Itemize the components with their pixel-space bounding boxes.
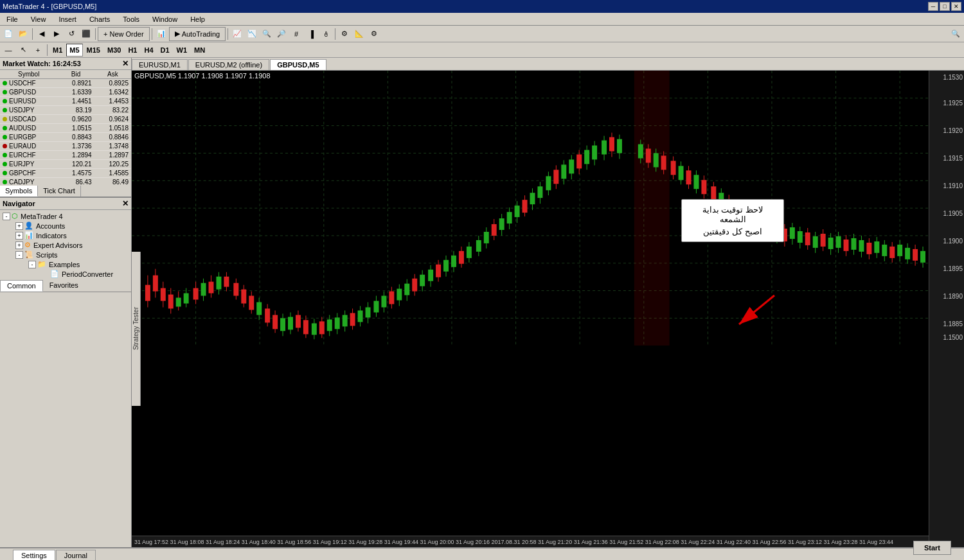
toolbar-chart-btn1[interactable]: 📊 xyxy=(154,27,168,41)
toolbar-back-btn[interactable]: ◀ xyxy=(35,27,49,41)
nav-examples-label: Examples xyxy=(49,261,80,268)
navigator-close[interactable]: ✕ xyxy=(122,199,129,208)
toolbar-chart-btn2[interactable]: 📈 xyxy=(230,27,244,41)
svg-rect-194 xyxy=(828,238,834,249)
toolbar-stop-btn[interactable]: ⬛ xyxy=(79,27,93,41)
toolbar-forward-btn[interactable]: ▶ xyxy=(49,27,64,41)
svg-rect-202 xyxy=(859,240,864,252)
period-h4[interactable]: H4 xyxy=(141,44,156,57)
market-watch-row[interactable]: AUDUSD 1.0515 1.0518 xyxy=(0,124,131,133)
toolbar-chart-btn3[interactable]: 📉 xyxy=(245,27,259,41)
menu-help[interactable]: Help xyxy=(186,15,209,24)
cf-tab-favorites[interactable]: Favorites xyxy=(43,280,85,292)
nav-examples-expand[interactable]: - xyxy=(28,261,36,268)
market-watch-row[interactable]: EURUSD 1.4451 1.4453 xyxy=(0,97,131,106)
chart-canvas: GBPUSD,M5 1.1907 1.1908 1.1907 1.1908 xyxy=(132,71,964,547)
svg-rect-75 xyxy=(350,313,355,326)
mw-cell-bid: 1.4575 xyxy=(57,169,94,178)
toolbar-grid-btn[interactable]: # xyxy=(289,27,303,41)
nav-periodconverter[interactable]: 📄 PeriodConverter xyxy=(40,269,130,279)
toolbar-zoom-in-btn[interactable]: 🔍 xyxy=(260,27,274,41)
market-watch-row[interactable]: GBPCHF 1.4575 1.4585 xyxy=(0,169,131,178)
period-m15[interactable]: M15 xyxy=(84,44,103,57)
period-d1[interactable]: D1 xyxy=(157,44,173,57)
toolbar-line-btn[interactable]: — xyxy=(1,43,15,57)
toolbar-refresh-btn[interactable]: ↺ xyxy=(64,27,78,41)
period-h1[interactable]: H1 xyxy=(125,44,140,57)
market-watch-row[interactable]: EURGBP 0.8843 0.8846 xyxy=(0,133,131,142)
nav-scripts-expand[interactable]: - xyxy=(15,251,23,259)
svg-rect-154 xyxy=(671,161,676,175)
toolbar-zoom-out-btn[interactable]: 🔎 xyxy=(274,27,289,41)
minimize-button[interactable]: ─ xyxy=(928,2,938,11)
nav-indicators-expand[interactable]: + xyxy=(15,232,23,240)
nav-root-label: MetaTrader 4 xyxy=(21,213,63,220)
toolbar-indicator-btn[interactable]: 📐 xyxy=(352,27,366,41)
nav-accounts[interactable]: + 👤 Accounts xyxy=(14,221,130,231)
nav-indicators[interactable]: + 📊 Indicators xyxy=(14,231,130,240)
market-watch-row[interactable]: GBPUSD 1.6339 1.6342 xyxy=(0,88,131,97)
svg-rect-111 xyxy=(492,224,497,236)
toolbar-sep1 xyxy=(32,28,33,40)
nav-ea[interactable]: + ⚙ Expert Advisors xyxy=(14,240,130,250)
market-watch-row[interactable]: EURCHF 1.2894 1.2897 xyxy=(0,151,131,160)
maximize-button[interactable]: □ xyxy=(940,2,950,11)
mw-tab-symbols[interactable]: Symbols xyxy=(0,186,38,197)
autotrading-button[interactable]: ▶ AutoTrading xyxy=(169,27,226,41)
toolbar-search-btn[interactable]: 🔍 xyxy=(949,27,963,41)
nav-scripts[interactable]: - 📜 Scripts xyxy=(14,250,130,259)
start-button[interactable]: Start xyxy=(913,541,951,555)
period-m1[interactable]: M1 xyxy=(49,44,66,57)
nav-root-icon: ⬡ xyxy=(12,212,18,220)
nav-examples[interactable]: - 📁 Examples xyxy=(27,259,130,269)
nav-root-expand[interactable]: - xyxy=(3,213,10,220)
nav-ea-expand[interactable]: + xyxy=(15,241,23,249)
toolbar-expert-btn[interactable]: ⚙ xyxy=(337,27,352,41)
time-scale: 31 Aug 17:52 31 Aug 18:08 31 Aug 18:24 3… xyxy=(132,536,929,547)
nav-accounts-expand[interactable]: + xyxy=(15,222,23,230)
period-m5[interactable]: M5 xyxy=(66,44,82,57)
period-m30[interactable]: M30 xyxy=(104,44,124,57)
svg-rect-150 xyxy=(654,153,659,167)
nav-periodconv-icon: 📄 xyxy=(50,270,59,278)
menu-charts[interactable]: Charts xyxy=(85,15,114,24)
menu-window[interactable]: Window xyxy=(148,15,181,24)
market-watch-row[interactable]: CADJPY 86.43 86.49 xyxy=(0,178,131,186)
toolbar-cursor-btn[interactable]: ↖ xyxy=(16,43,30,57)
bottom-tab-journal[interactable]: Journal xyxy=(56,550,96,560)
svg-rect-91 xyxy=(412,279,417,292)
toolbar-candle-btn[interactable]: 🕯 xyxy=(319,27,333,41)
close-button[interactable]: ✕ xyxy=(951,2,961,11)
market-watch-row[interactable]: USDJPY 83.19 83.22 xyxy=(0,106,131,115)
chart-tab-gbpusd-m5[interactable]: GBPUSD,M5 xyxy=(270,59,326,70)
mw-cell-bid: 1.4451 xyxy=(57,97,94,106)
menu-view[interactable]: View xyxy=(27,15,50,24)
svg-rect-146 xyxy=(638,144,643,159)
cf-tab-common[interactable]: Common xyxy=(0,280,43,292)
market-watch-close[interactable]: ✕ xyxy=(122,59,129,68)
menu-file[interactable]: File xyxy=(3,15,22,24)
chart-tab-eurusd-m2[interactable]: EURUSD,M2 (offline) xyxy=(188,59,269,70)
chart-tab-eurusd-m1[interactable]: EURUSD,M1 xyxy=(132,59,188,70)
period-w1[interactable]: W1 xyxy=(174,44,191,57)
bottom-tab-settings[interactable]: Settings xyxy=(13,550,55,560)
market-watch-row[interactable]: EURJPY 120.21 120.25 xyxy=(0,160,131,169)
market-watch-row[interactable]: USDCHF 0.8921 0.8925 xyxy=(0,79,131,88)
nav-root[interactable]: - ⬡ MetaTrader 4 xyxy=(1,211,130,221)
toolbar-cross-btn[interactable]: + xyxy=(31,43,45,57)
new-order-button[interactable]: + New Order xyxy=(98,27,150,41)
toolbar-open-btn[interactable]: 📂 xyxy=(16,27,30,41)
mw-tab-tick[interactable]: Tick Chart xyxy=(38,186,81,197)
price-1915: 1.1915 xyxy=(943,155,963,162)
market-watch-row[interactable]: USDCAD 0.9620 0.9624 xyxy=(0,115,131,124)
toolbar-bar-btn[interactable]: ▐ xyxy=(304,27,318,41)
toolbar-new-btn[interactable]: 📄 xyxy=(1,27,15,41)
menu-tools[interactable]: Tools xyxy=(119,15,143,24)
market-watch-row[interactable]: EURAUD 1.3736 1.3748 xyxy=(0,142,131,151)
toolbar-properties-btn[interactable]: ⚙ xyxy=(367,27,381,41)
mw-col-symbol: Symbol xyxy=(0,70,57,79)
menu-insert[interactable]: Insert xyxy=(55,15,80,24)
svg-rect-29 xyxy=(168,295,174,309)
market-watch-scroll[interactable]: Symbol Bid Ask USDCHF 0.8921 0.8925 GBPU… xyxy=(0,70,131,186)
period-mn[interactable]: MN xyxy=(191,44,208,57)
